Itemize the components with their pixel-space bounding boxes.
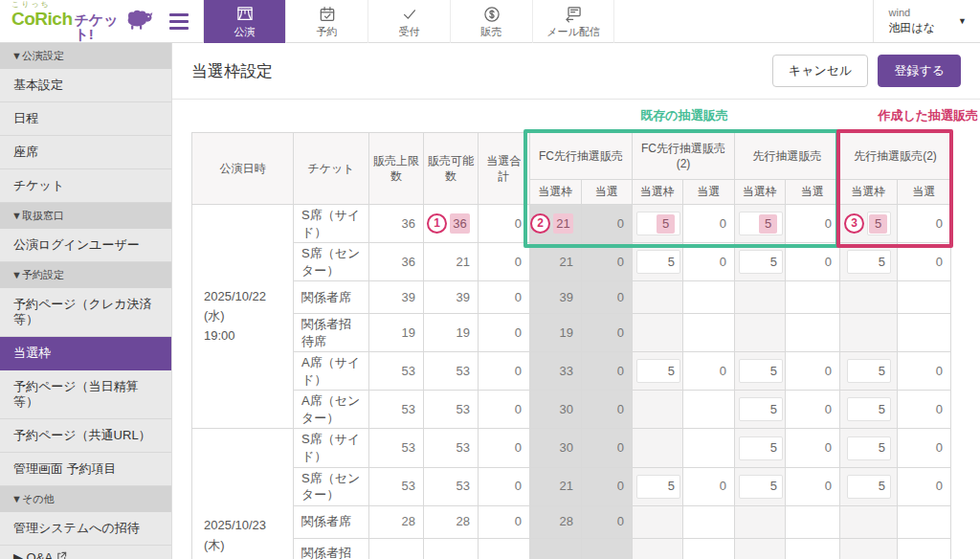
page-title: 当選枠設定 <box>191 60 273 82</box>
waku-input[interactable]: 5 <box>739 475 783 499</box>
cancel-button[interactable]: キャンセル <box>772 55 869 87</box>
sales-limit-cell <box>369 538 424 559</box>
curtain-icon <box>235 5 255 24</box>
sales-available-cell: 53 <box>424 391 479 429</box>
win-value-cell <box>683 281 735 314</box>
chevron-down-icon: ▼ <box>958 16 967 26</box>
waku-input[interactable]: 5 <box>636 212 680 235</box>
sales-limit-cell: 36 <box>369 205 424 243</box>
highlighted-value: 36 <box>450 213 470 234</box>
waku-input[interactable]: 5 <box>847 250 891 274</box>
created-lottery-annotation: 作成した抽選販売 <box>878 107 978 124</box>
sidebar-item[interactable]: 座席 <box>0 136 171 169</box>
hamburger-menu-button[interactable] <box>155 0 203 42</box>
waku-input[interactable]: 5 <box>636 475 680 499</box>
submit-button[interactable]: 登録する <box>878 55 961 87</box>
waku-input-cell: 5 <box>735 205 786 243</box>
column-header: 販売上限数 <box>369 133 424 205</box>
sidebar-item[interactable]: 管理システムへの招待 <box>0 512 171 546</box>
sidebar-item[interactable]: 公演ログインユーザー <box>0 229 171 262</box>
waku-empty-cell <box>840 281 898 314</box>
sales-available-cell: 21 <box>424 243 479 281</box>
waku-input[interactable]: 5 <box>867 212 891 235</box>
sidebar-item[interactable]: 基本設定 <box>0 69 171 102</box>
nav-tab-label: メール配信 <box>546 25 600 39</box>
sales-available-cell: 136 <box>424 205 479 243</box>
sales-limit-cell: 53 <box>369 467 424 505</box>
column-header: 公演日時 <box>192 133 294 205</box>
waku-empty-cell <box>735 505 786 538</box>
win-value-cell: 0 <box>683 467 735 505</box>
waku-value-cell: 39 <box>530 281 582 314</box>
highlighted-value: 21 <box>553 213 573 234</box>
external-link-icon <box>56 550 67 559</box>
waku-input-cell: 5 <box>735 467 786 505</box>
waku-input[interactable]: 5 <box>739 250 783 274</box>
sub-column-header: 当選枠 <box>633 180 683 205</box>
win-value-cell: 0 <box>582 205 633 243</box>
win-total-cell: 0 <box>479 314 530 352</box>
waku-value-cell <box>530 538 582 559</box>
sidebar-item[interactable]: 管理画面 予約項目 <box>0 453 171 486</box>
sidebar-item[interactable]: 予約ページ（クレカ決済等） <box>0 288 171 337</box>
waku-input[interactable]: 5 <box>847 359 891 383</box>
sidebar-item[interactable]: 予約ページ（当日精算等） <box>0 370 171 419</box>
win-value-cell <box>898 538 951 559</box>
waku-empty-cell <box>633 538 683 559</box>
sidebar-section-header: ▼取扱窓口 <box>0 203 171 229</box>
waku-value-cell: 21 <box>530 243 582 281</box>
win-value-cell <box>898 505 951 538</box>
nav-tab-2[interactable]: 予約 <box>285 0 368 43</box>
nav-tab-label: 販売 <box>481 25 502 39</box>
sidebar-item[interactable]: 予約ページ（共通URL） <box>0 419 171 453</box>
user-menu[interactable]: wind 池田はな ▼ <box>873 0 980 42</box>
sales-available-cell: 53 <box>424 467 479 505</box>
waku-empty-cell <box>633 505 683 538</box>
win-value-cell: 0 <box>582 281 633 314</box>
sidebar-item[interactable]: 日程 <box>0 102 171 136</box>
ticket-name-cell: A席（センター） <box>294 391 369 429</box>
win-value-cell: 0 <box>786 352 840 391</box>
circle-marker-2: 2 <box>530 213 550 234</box>
win-value-cell: 0 <box>582 243 633 281</box>
waku-input[interactable]: 5 <box>847 436 891 460</box>
nav-tab-label: 予約 <box>317 25 338 39</box>
waku-input[interactable]: 5 <box>739 212 783 235</box>
existing-lottery-annotation: 既存の抽選販売 <box>526 107 842 124</box>
nav-tab-1[interactable]: 公演 <box>203 0 285 43</box>
main-nav: 公演予約受付販売メール配信 <box>203 0 614 42</box>
logo-brand: CoRich <box>11 10 73 28</box>
waku-input[interactable]: 5 <box>739 436 783 460</box>
waku-input[interactable]: 5 <box>847 397 891 421</box>
sidebar-external-link[interactable]: ▶ Q&A <box>0 546 171 559</box>
sidebar-item[interactable]: 当選枠 <box>0 337 171 370</box>
win-total-cell: 0 <box>479 429 530 467</box>
waku-value-cell: 33 <box>530 352 582 391</box>
win-total-cell <box>479 538 530 559</box>
nav-tab-4[interactable]: 販売 <box>450 0 532 43</box>
waku-input[interactable]: 5 <box>636 359 680 383</box>
sales-limit-cell: 53 <box>369 352 424 391</box>
sub-column-header: 当選枠 <box>840 180 898 205</box>
sidebar: ▼公演設定基本設定日程座席チケット▼取扱窓口公演ログインユーザー▼予約設定予約ペ… <box>0 43 172 559</box>
sheep-icon <box>124 7 155 35</box>
logo-ruby: こりっち <box>11 1 122 9</box>
nav-tab-3[interactable]: 受付 <box>368 0 450 43</box>
sidebar-item[interactable]: チケット <box>0 169 171 203</box>
waku-empty-cell <box>840 314 898 352</box>
win-value-cell <box>786 505 840 538</box>
win-value-cell: 0 <box>898 352 951 391</box>
table-zone: 既存の抽選販売 作成した抽選販売 公演日時チケット販売上限数販売可能数当選合計F… <box>172 100 980 559</box>
table-row: 関係者席39390390 <box>192 281 951 314</box>
win-total-cell: 0 <box>479 391 530 429</box>
waku-input[interactable]: 5 <box>739 397 783 421</box>
waku-input[interactable]: 5 <box>847 475 891 499</box>
sales-available-cell: 53 <box>424 352 479 391</box>
sales-available-cell: 53 <box>424 429 479 467</box>
waku-input[interactable]: 5 <box>739 359 783 383</box>
win-value-cell <box>786 538 840 559</box>
app-logo[interactable]: こりっち CoRich チケット! <box>0 0 155 42</box>
waku-value-cell: 30 <box>530 391 582 429</box>
waku-input[interactable]: 5 <box>636 250 680 274</box>
nav-tab-5[interactable]: メール配信 <box>532 0 614 43</box>
